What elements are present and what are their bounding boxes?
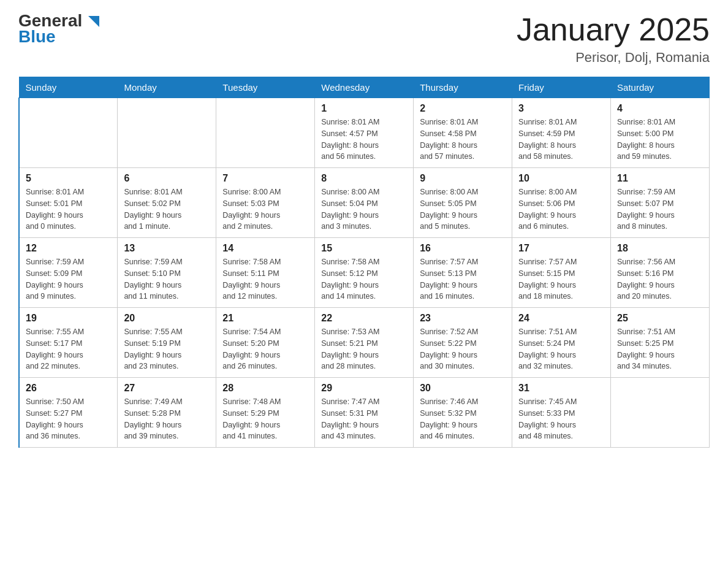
day-cell-12: 12Sunrise: 7:59 AM Sunset: 5:09 PM Dayli… xyxy=(19,238,118,308)
day-number: 7 xyxy=(222,173,308,184)
day-cell-28: 28Sunrise: 7:48 AM Sunset: 5:29 PM Dayli… xyxy=(216,378,315,448)
calendar-subtitle: Perisor, Dolj, Romania xyxy=(517,50,710,66)
day-number: 30 xyxy=(420,383,506,394)
day-number: 20 xyxy=(124,313,210,324)
day-cell-24: 24Sunrise: 7:51 AM Sunset: 5:24 PM Dayli… xyxy=(512,308,611,378)
day-number: 9 xyxy=(420,173,506,184)
day-cell-9: 9Sunrise: 8:00 AM Sunset: 5:05 PM Daylig… xyxy=(414,168,512,238)
day-info: Sunrise: 7:57 AM Sunset: 5:13 PM Dayligh… xyxy=(420,256,506,302)
day-info: Sunrise: 7:55 AM Sunset: 5:17 PM Dayligh… xyxy=(26,326,111,372)
calendar-title: January 2025 xyxy=(517,12,710,47)
day-number: 19 xyxy=(26,313,111,324)
day-info: Sunrise: 8:00 AM Sunset: 5:04 PM Dayligh… xyxy=(321,186,407,232)
week-row-3: 12Sunrise: 7:59 AM Sunset: 5:09 PM Dayli… xyxy=(19,238,710,308)
day-cell-16: 16Sunrise: 7:57 AM Sunset: 5:13 PM Dayli… xyxy=(414,238,512,308)
day-cell-5: 5Sunrise: 8:01 AM Sunset: 5:01 PM Daylig… xyxy=(19,168,118,238)
day-number: 12 xyxy=(26,243,111,254)
header-day-sunday: Sunday xyxy=(19,77,118,98)
day-number: 29 xyxy=(321,383,407,394)
day-cell-20: 20Sunrise: 7:55 AM Sunset: 5:19 PM Dayli… xyxy=(118,308,216,378)
day-info: Sunrise: 7:51 AM Sunset: 5:25 PM Dayligh… xyxy=(617,326,703,372)
day-info: Sunrise: 7:53 AM Sunset: 5:21 PM Dayligh… xyxy=(321,326,407,372)
day-cell-4: 4Sunrise: 8:01 AM Sunset: 5:00 PM Daylig… xyxy=(611,98,710,168)
day-info: Sunrise: 7:59 AM Sunset: 5:09 PM Dayligh… xyxy=(26,256,111,302)
day-number: 18 xyxy=(617,243,703,254)
day-cell-29: 29Sunrise: 7:47 AM Sunset: 5:31 PM Dayli… xyxy=(315,378,414,448)
logo: General Blue xyxy=(18,12,99,45)
day-cell-13: 13Sunrise: 7:59 AM Sunset: 5:10 PM Dayli… xyxy=(118,238,216,308)
day-info: Sunrise: 7:54 AM Sunset: 5:20 PM Dayligh… xyxy=(222,326,308,372)
day-info: Sunrise: 7:58 AM Sunset: 5:11 PM Dayligh… xyxy=(222,256,308,302)
day-info: Sunrise: 7:59 AM Sunset: 5:07 PM Dayligh… xyxy=(617,186,703,232)
day-number: 13 xyxy=(124,243,210,254)
day-info: Sunrise: 8:01 AM Sunset: 5:00 PM Dayligh… xyxy=(617,117,703,163)
day-cell-empty-4-6 xyxy=(611,378,710,448)
day-cell-10: 10Sunrise: 8:00 AM Sunset: 5:06 PM Dayli… xyxy=(512,168,611,238)
day-number: 31 xyxy=(518,383,604,394)
week-row-1: 1Sunrise: 8:01 AM Sunset: 4:57 PM Daylig… xyxy=(19,98,710,168)
day-number: 25 xyxy=(617,313,703,324)
header-day-thursday: Thursday xyxy=(414,77,512,98)
day-cell-27: 27Sunrise: 7:49 AM Sunset: 5:28 PM Dayli… xyxy=(118,378,216,448)
header-day-friday: Friday xyxy=(512,77,611,98)
day-number: 2 xyxy=(420,103,506,114)
header-row: SundayMondayTuesdayWednesdayThursdayFrid… xyxy=(19,77,710,98)
title-block: January 2025 Perisor, Dolj, Romania xyxy=(517,12,710,66)
day-info: Sunrise: 7:56 AM Sunset: 5:16 PM Dayligh… xyxy=(617,256,703,302)
day-cell-15: 15Sunrise: 7:58 AM Sunset: 5:12 PM Dayli… xyxy=(315,238,414,308)
day-cell-19: 19Sunrise: 7:55 AM Sunset: 5:17 PM Dayli… xyxy=(19,308,118,378)
day-number: 27 xyxy=(124,383,210,394)
day-cell-30: 30Sunrise: 7:46 AM Sunset: 5:32 PM Dayli… xyxy=(414,378,512,448)
day-number: 16 xyxy=(420,243,506,254)
day-cell-17: 17Sunrise: 7:57 AM Sunset: 5:15 PM Dayli… xyxy=(512,238,611,308)
day-cell-11: 11Sunrise: 7:59 AM Sunset: 5:07 PM Dayli… xyxy=(611,168,710,238)
day-cell-26: 26Sunrise: 7:50 AM Sunset: 5:27 PM Dayli… xyxy=(19,378,118,448)
day-cell-3: 3Sunrise: 8:01 AM Sunset: 4:59 PM Daylig… xyxy=(512,98,611,168)
day-info: Sunrise: 7:57 AM Sunset: 5:15 PM Dayligh… xyxy=(518,256,604,302)
day-cell-empty-0-0 xyxy=(19,98,118,168)
day-number: 21 xyxy=(222,313,308,324)
day-number: 10 xyxy=(518,173,604,184)
day-number: 3 xyxy=(518,103,604,114)
day-number: 15 xyxy=(321,243,407,254)
day-info: Sunrise: 8:01 AM Sunset: 4:57 PM Dayligh… xyxy=(321,117,407,163)
day-info: Sunrise: 7:55 AM Sunset: 5:19 PM Dayligh… xyxy=(124,326,210,372)
day-info: Sunrise: 8:01 AM Sunset: 4:59 PM Dayligh… xyxy=(518,117,604,163)
day-info: Sunrise: 7:46 AM Sunset: 5:32 PM Dayligh… xyxy=(420,396,506,442)
day-info: Sunrise: 8:00 AM Sunset: 5:05 PM Dayligh… xyxy=(420,186,506,232)
day-info: Sunrise: 8:00 AM Sunset: 5:03 PM Dayligh… xyxy=(222,186,308,232)
day-number: 17 xyxy=(518,243,604,254)
day-cell-1: 1Sunrise: 8:01 AM Sunset: 4:57 PM Daylig… xyxy=(315,98,414,168)
week-row-2: 5Sunrise: 8:01 AM Sunset: 5:01 PM Daylig… xyxy=(19,168,710,238)
header-day-wednesday: Wednesday xyxy=(315,77,414,98)
day-cell-7: 7Sunrise: 8:00 AM Sunset: 5:03 PM Daylig… xyxy=(216,168,315,238)
day-cell-31: 31Sunrise: 7:45 AM Sunset: 5:33 PM Dayli… xyxy=(512,378,611,448)
day-info: Sunrise: 8:00 AM Sunset: 5:06 PM Dayligh… xyxy=(518,186,604,232)
day-cell-22: 22Sunrise: 7:53 AM Sunset: 5:21 PM Dayli… xyxy=(315,308,414,378)
day-info: Sunrise: 7:45 AM Sunset: 5:33 PM Dayligh… xyxy=(518,396,604,442)
svg-marker-0 xyxy=(88,16,99,27)
week-row-4: 19Sunrise: 7:55 AM Sunset: 5:17 PM Dayli… xyxy=(19,308,710,378)
calendar-table: SundayMondayTuesdayWednesdayThursdayFrid… xyxy=(18,77,710,448)
day-number: 11 xyxy=(617,173,703,184)
day-number: 14 xyxy=(222,243,308,254)
day-number: 6 xyxy=(124,173,210,184)
day-number: 28 xyxy=(222,383,308,394)
day-info: Sunrise: 7:52 AM Sunset: 5:22 PM Dayligh… xyxy=(420,326,506,372)
day-cell-14: 14Sunrise: 7:58 AM Sunset: 5:11 PM Dayli… xyxy=(216,238,315,308)
header-day-tuesday: Tuesday xyxy=(216,77,315,98)
day-number: 5 xyxy=(26,173,111,184)
header-day-monday: Monday xyxy=(118,77,216,98)
day-info: Sunrise: 8:01 AM Sunset: 5:01 PM Dayligh… xyxy=(26,186,111,232)
day-cell-23: 23Sunrise: 7:52 AM Sunset: 5:22 PM Dayli… xyxy=(414,308,512,378)
day-number: 1 xyxy=(321,103,407,114)
day-info: Sunrise: 7:51 AM Sunset: 5:24 PM Dayligh… xyxy=(518,326,604,372)
day-cell-25: 25Sunrise: 7:51 AM Sunset: 5:25 PM Dayli… xyxy=(611,308,710,378)
day-number: 26 xyxy=(26,383,111,394)
day-cell-2: 2Sunrise: 8:01 AM Sunset: 4:58 PM Daylig… xyxy=(414,98,512,168)
day-info: Sunrise: 7:47 AM Sunset: 5:31 PM Dayligh… xyxy=(321,396,407,442)
day-number: 4 xyxy=(617,103,703,114)
day-number: 23 xyxy=(420,313,506,324)
day-number: 24 xyxy=(518,313,604,324)
day-number: 8 xyxy=(321,173,407,184)
